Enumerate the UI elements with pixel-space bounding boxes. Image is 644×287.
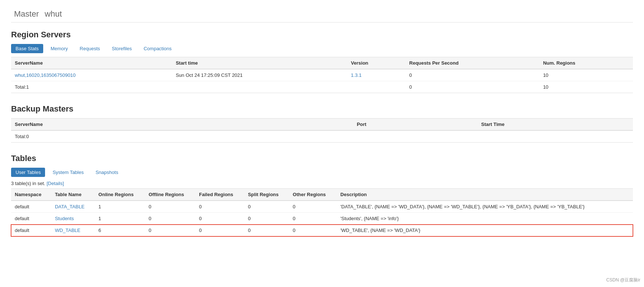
backup-masters-total-row: Total:0 — [11, 130, 633, 143]
table-row: default DATA_TABLE 1 0 0 0 0 'DATA_TABLE… — [11, 201, 633, 213]
table-name-link[interactable]: WD_TABLE — [55, 228, 80, 233]
t-col-other-regions: Other Regions — [289, 189, 337, 201]
backup-masters-heading: Backup Masters — [11, 104, 633, 114]
table-row: default Students 1 0 0 0 0 'Students', {… — [11, 213, 633, 225]
total-row: Total:1 0 10 — [11, 81, 633, 93]
table-name-link[interactable]: Students — [55, 216, 74, 221]
total-requests: 0 — [405, 81, 539, 93]
tables-table: Namespace Table Name Online Regions Offl… — [11, 188, 633, 236]
bm-col-start-time: Start Time — [477, 119, 633, 131]
tables-count: 3 table(s) in set. — [11, 181, 45, 186]
t-col-split-regions: Split Regions — [244, 189, 289, 201]
failed-regions-cell: 0 — [195, 225, 244, 236]
tab-snapshots[interactable]: Snapshots — [91, 168, 123, 177]
offline-regions-cell: 0 — [145, 225, 195, 236]
total-regions: 10 — [539, 81, 633, 93]
failed-regions-cell: 0 — [195, 213, 244, 225]
backup-masters-table: ServerName Port Start Time Total:0 — [11, 118, 633, 143]
server-name-cell: whut,16020,1635067509010 — [11, 69, 172, 81]
region-servers-tabs: Base Stats Memory Requests Storefiles Co… — [11, 44, 633, 53]
col-num-regions: Num. Regions — [539, 57, 633, 69]
tables-tabs: User Tables System Tables Snapshots — [11, 168, 633, 177]
col-server-name: ServerName — [11, 57, 172, 69]
table-name-link[interactable]: DATA_TABLE — [55, 204, 85, 209]
description-cell: 'WD_TABLE', {NAME => 'WD_DATA'} — [337, 225, 633, 236]
table-row: whut,16020,1635067509010 Sun Oct 24 17:2… — [11, 69, 633, 81]
tab-base-stats[interactable]: Base Stats — [11, 44, 43, 53]
t-col-description: Description — [337, 189, 633, 201]
t-col-namespace: Namespace — [11, 189, 51, 201]
region-servers-section: Region Servers Base Stats Memory Request… — [11, 30, 633, 93]
other-regions-cell: 0 — [289, 201, 337, 213]
namespace-cell: default — [11, 201, 51, 213]
tab-storefiles[interactable]: Storefiles — [107, 44, 136, 53]
namespace-cell: default — [11, 213, 51, 225]
table-row: default WD_TABLE 6 0 0 0 0 'WD_TABLE', {… — [11, 225, 633, 236]
start-time-cell: Sun Oct 24 17:25:09 CST 2021 — [172, 69, 347, 81]
version-link[interactable]: 1.3.1 — [351, 72, 362, 78]
page-header: Master whut — [11, 7, 633, 23]
description-cell: 'DATA_TABLE', {NAME => 'WD_DATA'}, {NAME… — [337, 201, 633, 213]
page-title: Master — [14, 9, 39, 18]
tab-user-tables[interactable]: User Tables — [11, 168, 45, 177]
region-servers-table: ServerName Start time Version Requests P… — [11, 57, 633, 93]
server-name-link[interactable]: whut,16020,1635067509010 — [15, 72, 76, 78]
split-regions-cell: 0 — [244, 201, 289, 213]
namespace-cell: default — [11, 225, 51, 236]
table-name-cell: Students — [51, 213, 95, 225]
offline-regions-cell: 0 — [145, 201, 195, 213]
online-regions-cell: 1 — [95, 213, 145, 225]
requests-cell: 0 — [405, 69, 539, 81]
col-version: Version — [347, 57, 405, 69]
bm-col-port: Port — [353, 119, 477, 131]
tab-system-tables[interactable]: System Tables — [48, 168, 88, 177]
total-label: Total:1 — [11, 81, 172, 93]
online-regions-cell: 1 — [95, 201, 145, 213]
failed-regions-cell: 0 — [195, 201, 244, 213]
tables-details-link[interactable]: [Details] — [47, 181, 64, 186]
num-regions-cell: 10 — [539, 69, 633, 81]
other-regions-cell: 0 — [289, 213, 337, 225]
split-regions-cell: 0 — [244, 225, 289, 236]
version-cell: 1.3.1 — [347, 69, 405, 81]
t-col-table-name: Table Name — [51, 189, 95, 201]
tab-requests[interactable]: Requests — [75, 44, 105, 53]
t-col-failed-regions: Failed Regions — [195, 189, 244, 201]
t-col-online-regions: Online Regions — [95, 189, 145, 201]
backup-masters-section: Backup Masters ServerName Port Start Tim… — [11, 104, 633, 143]
table-name-cell: DATA_TABLE — [51, 201, 95, 213]
offline-regions-cell: 0 — [145, 213, 195, 225]
bm-total-label: Total:0 — [11, 130, 353, 143]
tables-info: 3 table(s) in set. [Details] — [11, 181, 633, 186]
online-regions-cell: 6 — [95, 225, 145, 236]
table-name-cell: WD_TABLE — [51, 225, 95, 236]
page-subtitle: whut — [45, 9, 62, 18]
tables-section: Tables User Tables System Tables Snapsho… — [11, 154, 633, 236]
bm-col-server-name: ServerName — [11, 119, 353, 131]
tables-heading: Tables — [11, 154, 633, 163]
other-regions-cell: 0 — [289, 225, 337, 236]
region-servers-heading: Region Servers — [11, 30, 633, 40]
tab-memory[interactable]: Memory — [46, 44, 72, 53]
col-start-time: Start time — [172, 57, 347, 69]
col-requests-per-second: Requests Per Second — [405, 57, 539, 69]
t-col-offline-regions: Offline Regions — [145, 189, 195, 201]
tab-compactions[interactable]: Compactions — [139, 44, 176, 53]
description-cell: 'Students', {NAME => 'info'} — [337, 213, 633, 225]
split-regions-cell: 0 — [244, 213, 289, 225]
